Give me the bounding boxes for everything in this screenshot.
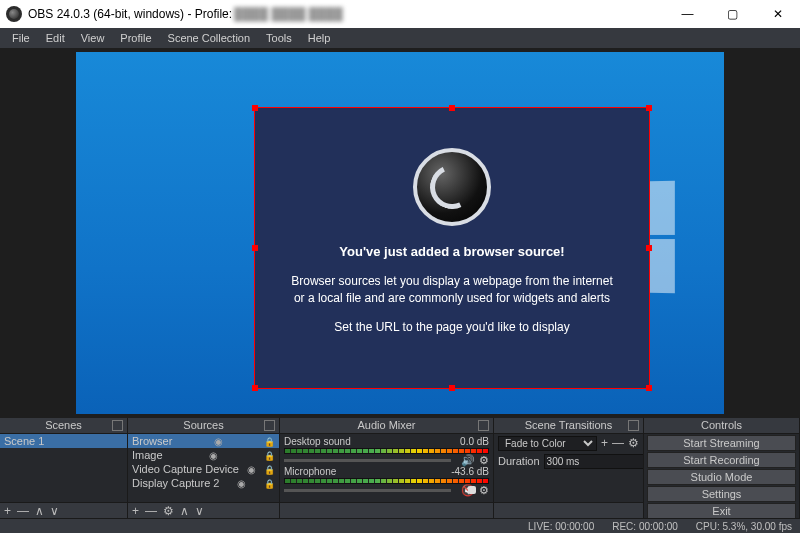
channel-name: Desktop sound bbox=[284, 436, 351, 447]
resize-handle-w[interactable] bbox=[252, 245, 258, 251]
source-properties-button[interactable]: ⚙ bbox=[163, 504, 174, 518]
preview-canvas[interactable]: You've just added a browser source! Brow… bbox=[76, 52, 724, 414]
transition-add-button[interactable]: + bbox=[601, 436, 608, 450]
source-item-label: Browser bbox=[132, 435, 172, 447]
sources-dock: Sources Browser Image Video Capture Devi… bbox=[128, 418, 280, 518]
resize-handle-nw[interactable] bbox=[252, 105, 258, 111]
remove-scene-button[interactable]: — bbox=[17, 504, 29, 518]
transition-select[interactable]: Fade to Color bbox=[498, 436, 597, 451]
start-recording-button[interactable]: Start Recording bbox=[647, 452, 796, 468]
audio-meter bbox=[284, 478, 489, 484]
window-title: OBS 24.0.3 (64-bit, windows) - Profile: bbox=[28, 7, 232, 21]
channel-db: -43.6 dB bbox=[451, 466, 489, 477]
status-bar: LIVE: 00:00:00 REC: 00:00:00 CPU: 5.3%, … bbox=[0, 518, 800, 533]
visibility-icon[interactable] bbox=[209, 450, 218, 461]
status-rec: REC: 00:00:00 bbox=[612, 521, 678, 532]
browser-source-placeholder: You've just added a browser source! Brow… bbox=[255, 108, 649, 388]
menu-profile[interactable]: Profile bbox=[112, 30, 159, 46]
docks-row: Scenes Scene 1 + — ∧ ∨ Sources Browser I… bbox=[0, 418, 800, 518]
source-item[interactable]: Display Capture 2 bbox=[128, 476, 279, 490]
menu-scene-collection[interactable]: Scene Collection bbox=[160, 30, 259, 46]
menu-tools[interactable]: Tools bbox=[258, 30, 300, 46]
undock-icon[interactable] bbox=[478, 420, 489, 431]
window-close-button[interactable]: ✕ bbox=[755, 0, 800, 28]
window-maximize-button[interactable]: ▢ bbox=[710, 0, 755, 28]
visibility-icon[interactable] bbox=[247, 464, 256, 475]
resize-handle-ne[interactable] bbox=[646, 105, 652, 111]
add-scene-button[interactable]: + bbox=[4, 504, 11, 518]
status-cpu: CPU: 5.3%, 30.00 fps bbox=[696, 521, 792, 532]
mixer-title: Audio Mixer bbox=[357, 419, 415, 431]
menu-help[interactable]: Help bbox=[300, 30, 339, 46]
browser-source-desc-2: Set the URL to the page you'd like to di… bbox=[334, 319, 569, 336]
lock-icon[interactable] bbox=[264, 436, 275, 447]
source-item-label: Video Capture Device bbox=[132, 463, 239, 475]
preview-area[interactable]: You've just added a browser source! Brow… bbox=[0, 48, 800, 418]
app-icon bbox=[6, 6, 22, 22]
undock-icon[interactable] bbox=[628, 420, 639, 431]
audio-meter bbox=[284, 448, 489, 454]
undock-icon[interactable] bbox=[112, 420, 123, 431]
scene-down-button[interactable]: ∨ bbox=[50, 504, 59, 518]
add-source-button[interactable]: + bbox=[132, 504, 139, 518]
source-selection-box[interactable]: You've just added a browser source! Brow… bbox=[254, 107, 650, 389]
sources-title: Sources bbox=[183, 419, 223, 431]
menu-file[interactable]: File bbox=[4, 30, 38, 46]
scenes-title: Scenes bbox=[45, 419, 82, 431]
menu-edit[interactable]: Edit bbox=[38, 30, 73, 46]
resize-handle-s[interactable] bbox=[449, 385, 455, 391]
controls-dock: Controls Start Streaming Start Recording… bbox=[644, 418, 800, 518]
visibility-icon[interactable] bbox=[214, 436, 223, 447]
volume-slider[interactable]: 🔇⚙ bbox=[284, 486, 489, 494]
resize-handle-n[interactable] bbox=[449, 105, 455, 111]
speaker-icon[interactable]: 🔊 bbox=[461, 454, 475, 467]
browser-source-desc-1: Browser sources let you display a webpag… bbox=[285, 273, 619, 307]
scene-up-button[interactable]: ∧ bbox=[35, 504, 44, 518]
scenes-dock: Scenes Scene 1 + — ∧ ∨ bbox=[0, 418, 128, 518]
transitions-dock: Scene Transitions Fade to Color + — ⚙ Du… bbox=[494, 418, 644, 518]
start-streaming-button[interactable]: Start Streaming bbox=[647, 435, 796, 451]
source-item[interactable]: Image bbox=[128, 448, 279, 462]
resize-handle-e[interactable] bbox=[646, 245, 652, 251]
channel-db: 0.0 dB bbox=[460, 436, 489, 447]
resize-handle-se[interactable] bbox=[646, 385, 652, 391]
transition-remove-button[interactable]: — bbox=[612, 436, 624, 450]
source-up-button[interactable]: ∧ bbox=[180, 504, 189, 518]
settings-button[interactable]: Settings bbox=[647, 486, 796, 502]
source-item-label: Image bbox=[132, 449, 163, 461]
duration-label: Duration bbox=[498, 455, 540, 467]
mixer-channel: Microphone-43.6 dB 🔇⚙ bbox=[280, 464, 493, 494]
channel-name: Microphone bbox=[284, 466, 336, 477]
status-live: LIVE: 00:00:00 bbox=[528, 521, 594, 532]
exit-button[interactable]: Exit bbox=[647, 503, 796, 518]
studio-mode-button[interactable]: Studio Mode bbox=[647, 469, 796, 485]
transition-settings-icon[interactable]: ⚙ bbox=[628, 436, 639, 450]
profile-name-blurred: ████ ████ ████ bbox=[234, 7, 343, 21]
scene-item[interactable]: Scene 1 bbox=[0, 434, 127, 448]
audio-mixer-dock: Audio Mixer Desktop sound0.0 dB 🔊⚙ Micro… bbox=[280, 418, 494, 518]
source-item-label: Display Capture 2 bbox=[132, 477, 219, 489]
window-minimize-button[interactable]: — bbox=[665, 0, 710, 28]
volume-slider[interactable]: 🔊⚙ bbox=[284, 456, 489, 464]
obs-logo-icon bbox=[413, 148, 491, 226]
controls-title: Controls bbox=[701, 419, 742, 431]
undock-icon[interactable] bbox=[264, 420, 275, 431]
source-down-button[interactable]: ∨ bbox=[195, 504, 204, 518]
channel-settings-icon[interactable]: ⚙ bbox=[479, 454, 489, 467]
visibility-icon[interactable] bbox=[237, 478, 246, 489]
menu-bar: File Edit View Profile Scene Collection … bbox=[0, 28, 800, 48]
mixer-channel: Desktop sound0.0 dB 🔊⚙ bbox=[280, 434, 493, 464]
lock-icon[interactable] bbox=[264, 464, 275, 475]
source-item[interactable]: Browser bbox=[128, 434, 279, 448]
lock-icon[interactable] bbox=[264, 478, 275, 489]
remove-source-button[interactable]: — bbox=[145, 504, 157, 518]
duration-input[interactable] bbox=[544, 454, 643, 469]
channel-settings-icon[interactable]: ⚙ bbox=[479, 484, 489, 497]
menu-view[interactable]: View bbox=[73, 30, 113, 46]
lock-icon[interactable] bbox=[264, 450, 275, 461]
scene-item-label: Scene 1 bbox=[4, 435, 44, 447]
transitions-title: Scene Transitions bbox=[525, 419, 612, 431]
resize-handle-sw[interactable] bbox=[252, 385, 258, 391]
source-item[interactable]: Video Capture Device bbox=[128, 462, 279, 476]
window-titlebar: OBS 24.0.3 (64-bit, windows) - Profile: … bbox=[0, 0, 800, 28]
